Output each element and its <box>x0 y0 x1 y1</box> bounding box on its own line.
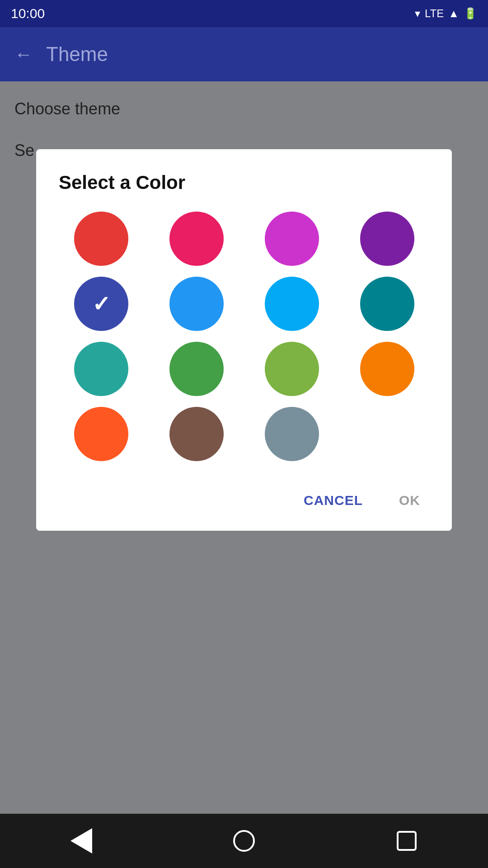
back-nav-button[interactable] <box>63 823 99 859</box>
color-option-deep-orange[interactable] <box>74 407 128 461</box>
color-option-red-orange[interactable] <box>74 212 128 266</box>
recent-nav-button[interactable] <box>389 823 425 859</box>
color-option-indigo[interactable] <box>74 277 128 331</box>
nav-bar <box>0 814 488 868</box>
signal-icon: ▲ <box>448 7 459 20</box>
app-bar: ← Theme <box>0 27 488 81</box>
status-time: 10:00 <box>11 6 45 21</box>
color-option-brown[interactable] <box>169 407 224 461</box>
color-option-teal-dark[interactable] <box>360 277 414 331</box>
color-grid <box>59 212 429 461</box>
battery-icon: 🔋 <box>464 7 477 20</box>
color-option-purple[interactable] <box>360 212 414 266</box>
color-option-pink[interactable] <box>169 212 224 266</box>
color-option-purple-bright[interactable] <box>265 212 319 266</box>
color-option-blue[interactable] <box>169 277 224 331</box>
color-option-orange[interactable] <box>360 342 414 396</box>
color-option-light-blue[interactable] <box>265 277 319 331</box>
color-option-lime-green[interactable] <box>265 342 319 396</box>
dialog-actions: CANCEL OK <box>59 484 429 513</box>
color-picker-dialog: Select a Color CANCEL OK <box>36 149 452 531</box>
recent-nav-icon <box>397 831 417 851</box>
status-bar: 10:00 ▾ LTE ▲ 🔋 <box>0 0 488 27</box>
color-option-teal[interactable] <box>74 342 128 396</box>
wifi-icon: ▾ <box>415 7 420 20</box>
ok-button[interactable]: OK <box>390 488 429 513</box>
dialog-title: Select a Color <box>59 172 429 193</box>
color-option-grey[interactable] <box>265 407 319 461</box>
status-icons: ▾ LTE ▲ 🔋 <box>415 7 477 20</box>
color-option-green[interactable] <box>169 342 224 396</box>
page-title: Theme <box>46 43 108 66</box>
back-nav-icon <box>70 828 92 854</box>
lte-label: LTE <box>425 7 444 20</box>
home-nav-button[interactable] <box>226 823 262 859</box>
cancel-button[interactable]: CANCEL <box>295 488 372 513</box>
back-button[interactable]: ← <box>14 44 33 65</box>
home-nav-icon <box>233 830 255 852</box>
